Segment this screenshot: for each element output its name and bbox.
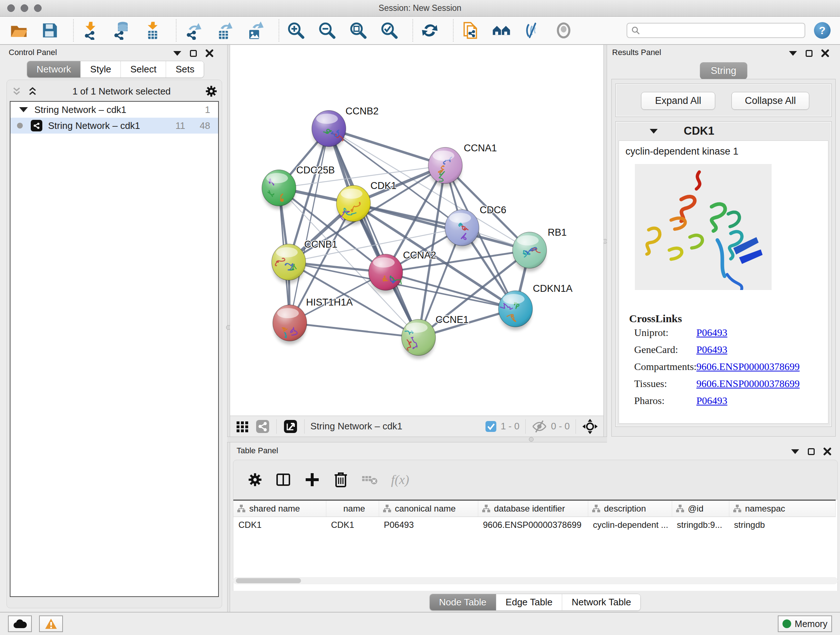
clone-network-icon[interactable] bbox=[461, 21, 480, 40]
tab-network-table[interactable]: Network Table bbox=[562, 594, 640, 610]
zoom-fit-icon[interactable] bbox=[349, 21, 368, 40]
close-panel-icon[interactable] bbox=[821, 49, 829, 57]
export-network-icon[interactable] bbox=[184, 21, 202, 40]
crosslink-label: Uniprot: bbox=[634, 327, 696, 339]
delete-column-icon[interactable] bbox=[333, 471, 348, 488]
toolbar-separator bbox=[279, 19, 279, 42]
import-network-icon[interactable] bbox=[81, 21, 100, 40]
import-table-icon[interactable] bbox=[143, 21, 162, 40]
float-panel-icon[interactable] bbox=[808, 448, 815, 455]
col-at-id[interactable]: @id bbox=[672, 500, 729, 517]
scrollbar-thumb[interactable] bbox=[236, 578, 301, 583]
search-box bbox=[627, 23, 805, 38]
cell-shared-name[interactable]: CDK1 bbox=[233, 517, 326, 533]
cell-database-identifier[interactable]: 9606.ENSP00000378699 bbox=[478, 517, 588, 533]
node-HIST1H1A: HIST1H1A bbox=[273, 297, 353, 344]
save-session-icon[interactable] bbox=[41, 21, 59, 40]
tab-edge-table[interactable]: Edge Table bbox=[496, 594, 562, 610]
gear-icon[interactable] bbox=[205, 85, 218, 97]
network-status-dot bbox=[17, 123, 23, 128]
network-canvas[interactable]: CCNB2CCNA1CDC25BCDK1CDC6RB1CCNB1CCNA2CDK… bbox=[230, 45, 603, 416]
collapse-all-icon[interactable] bbox=[11, 86, 22, 97]
fit-content-icon[interactable] bbox=[582, 418, 598, 435]
control-panel-tabs: Network Style Select Sets bbox=[27, 61, 204, 78]
crosslink-tissues-link[interactable]: 9606.ENSP00000378699 bbox=[696, 378, 799, 389]
cloud-button[interactable] bbox=[8, 616, 32, 632]
memory-button[interactable]: Memory bbox=[778, 616, 832, 632]
grid-view-icon[interactable] bbox=[235, 419, 249, 434]
close-panel-icon[interactable] bbox=[823, 448, 831, 455]
table-row[interactable]: CDK1 CDK1 P06493 9606.ENSP00000378699 cy… bbox=[233, 517, 835, 533]
crosslink-pharos-link[interactable]: P06493 bbox=[696, 395, 728, 406]
table-panel-title: Table Panel bbox=[237, 446, 278, 455]
hierarchy-icon bbox=[733, 504, 742, 513]
import-database-icon[interactable] bbox=[112, 21, 131, 40]
col-description[interactable]: description bbox=[588, 500, 672, 517]
entry-gene-name: CDK1 bbox=[684, 125, 714, 138]
add-column-icon[interactable] bbox=[304, 472, 320, 488]
col-name[interactable]: name bbox=[326, 500, 379, 517]
tab-select[interactable]: Select bbox=[121, 61, 166, 78]
table-horizontal-scrollbar[interactable] bbox=[233, 577, 838, 584]
toggle-graphics-details-icon[interactable] bbox=[523, 21, 542, 40]
tab-network[interactable]: Network bbox=[27, 61, 81, 78]
tab-string[interactable]: String bbox=[700, 62, 747, 79]
expand-all-button[interactable]: Expand All bbox=[641, 92, 715, 110]
export-table-icon[interactable] bbox=[215, 21, 234, 40]
network-row[interactable]: String Network – cdk1 11 48 bbox=[11, 118, 218, 134]
tab-style[interactable]: Style bbox=[81, 61, 121, 78]
export-image-icon[interactable] bbox=[246, 21, 265, 40]
network-view-mode-icon[interactable] bbox=[255, 418, 271, 434]
hierarchy-icon bbox=[676, 504, 684, 513]
float-panel-icon[interactable] bbox=[190, 50, 197, 57]
separator bbox=[304, 419, 305, 434]
birds-eye-view-icon[interactable] bbox=[554, 21, 573, 40]
col-shared-name[interactable]: shared name bbox=[233, 500, 326, 517]
table-toolbar: f(x) bbox=[233, 460, 838, 500]
zoom-out-icon[interactable] bbox=[317, 21, 336, 40]
zoom-selected-icon[interactable] bbox=[380, 21, 399, 40]
cell-description[interactable]: cyclin-dependent ... bbox=[588, 517, 672, 533]
crosslink-label: Compartments: bbox=[634, 361, 696, 372]
help-icon[interactable]: ? bbox=[814, 22, 831, 39]
detach-view-icon[interactable] bbox=[283, 418, 298, 434]
table-settings-gear-icon[interactable] bbox=[248, 472, 262, 487]
right-splitter[interactable] bbox=[603, 45, 607, 442]
collapse-all-button[interactable]: Collapse All bbox=[731, 92, 809, 110]
zoom-in-icon[interactable] bbox=[286, 21, 305, 40]
close-panel-icon[interactable] bbox=[205, 49, 213, 57]
col-database-identifier[interactable]: database identifier bbox=[478, 500, 588, 517]
open-session-icon[interactable] bbox=[9, 21, 28, 40]
warnings-button[interactable] bbox=[39, 616, 63, 632]
panel-menu-icon[interactable] bbox=[173, 51, 181, 56]
network-collection-row[interactable]: String Network – cdk1 1 bbox=[11, 102, 218, 118]
results-panel-title: Results Panel bbox=[612, 48, 661, 57]
selected-checkbox-icon[interactable] bbox=[485, 420, 497, 432]
cell-namespace[interactable]: stringdb bbox=[729, 517, 835, 533]
node-CCNB1: CCNB1 bbox=[272, 239, 338, 283]
float-panel-icon[interactable] bbox=[806, 50, 813, 57]
panel-menu-icon[interactable] bbox=[789, 51, 797, 56]
panel-menu-icon[interactable] bbox=[791, 449, 799, 454]
col-namespace[interactable]: namespac bbox=[729, 500, 835, 517]
entry-collapse-icon[interactable] bbox=[650, 129, 658, 134]
bottom-splitter-knob[interactable] bbox=[529, 437, 534, 442]
expand-all-icon[interactable] bbox=[27, 86, 38, 97]
show-columns-icon[interactable] bbox=[275, 472, 291, 488]
show-all-networks-icon[interactable] bbox=[492, 21, 511, 40]
col-canonical-name[interactable]: canonical name bbox=[379, 500, 478, 517]
tab-node-table[interactable]: Node Table bbox=[430, 594, 496, 610]
hidden-count: 0 - 0 bbox=[551, 421, 570, 432]
collection-expand-icon[interactable] bbox=[19, 107, 28, 112]
crosslink-uniprot-link[interactable]: P06493 bbox=[696, 327, 728, 338]
cell-canonical-name[interactable]: P06493 bbox=[379, 517, 478, 533]
hidden-eye-icon bbox=[531, 420, 547, 433]
cell-at-id[interactable]: stringdb:9... bbox=[672, 517, 729, 533]
tab-sets[interactable]: Sets bbox=[166, 61, 204, 78]
cell-name[interactable]: CDK1 bbox=[326, 517, 379, 533]
refresh-layout-icon[interactable] bbox=[420, 21, 439, 40]
crosslink-genecard-link[interactable]: P06493 bbox=[696, 344, 728, 355]
search-input[interactable] bbox=[643, 25, 801, 35]
crosslink-compartments-link[interactable]: 9606.ENSP00000378699 bbox=[696, 361, 799, 372]
node-label-CCNA2: CCNA2 bbox=[403, 250, 436, 261]
